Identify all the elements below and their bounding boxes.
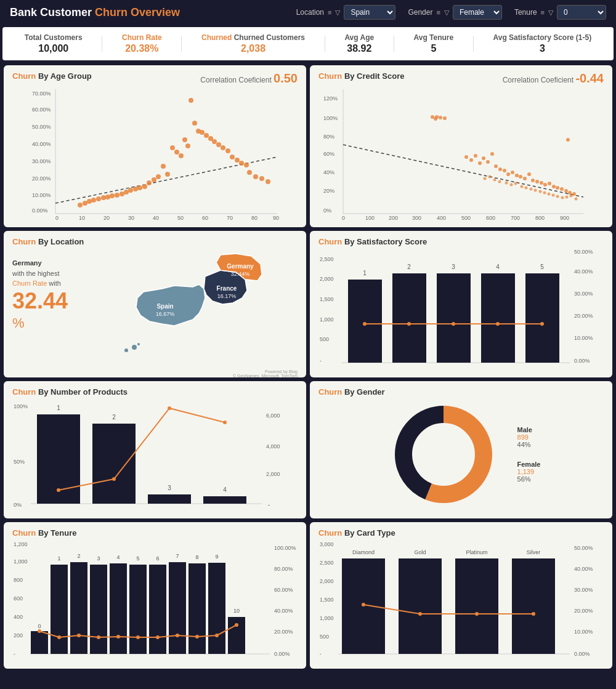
svg-point-136 xyxy=(566,138,570,142)
svg-text:16.67%: 16.67% xyxy=(156,311,175,317)
svg-point-119 xyxy=(498,180,501,183)
svg-text:6,000: 6,000 xyxy=(266,413,280,419)
svg-point-97 xyxy=(498,167,502,171)
svg-point-47 xyxy=(192,121,197,126)
svg-point-117 xyxy=(488,175,492,179)
svg-text:30: 30 xyxy=(128,215,134,221)
svg-text:20.00%: 20.00% xyxy=(32,175,51,182)
svg-text:-: - xyxy=(268,502,270,508)
svg-point-124 xyxy=(525,187,528,190)
svg-text:60%: 60% xyxy=(323,151,334,157)
svg-text:0.00%: 0.00% xyxy=(274,651,290,657)
header: Bank Customer Churn Overview Location ≡ … xyxy=(0,0,616,25)
svg-rect-163 xyxy=(437,273,471,363)
svg-text:-: - xyxy=(14,651,15,657)
svg-text:100%: 100% xyxy=(323,115,338,121)
svg-point-239 xyxy=(136,635,140,639)
svg-text:10.00%: 10.00% xyxy=(574,335,593,341)
svg-point-132 xyxy=(561,196,564,199)
svg-point-144 xyxy=(124,349,128,352)
svg-text:1,000: 1,000 xyxy=(320,316,334,323)
location-select[interactable]: Spain France Germany xyxy=(344,5,395,20)
svg-text:800: 800 xyxy=(535,215,545,221)
age-corr-value: 0.50 xyxy=(274,71,298,85)
svg-point-170 xyxy=(407,322,411,326)
svg-point-236 xyxy=(77,634,81,637)
svg-text:100: 100 xyxy=(365,215,375,221)
svg-text:10: 10 xyxy=(79,215,85,221)
svg-text:Spain: Spain xyxy=(156,303,173,310)
svg-text:2,000: 2,000 xyxy=(266,471,280,477)
svg-text:1,000: 1,000 xyxy=(320,615,334,621)
svg-text:20.00%: 20.00% xyxy=(574,608,593,614)
svg-point-98 xyxy=(503,169,506,172)
svg-point-108 xyxy=(543,183,547,187)
svg-point-242 xyxy=(195,635,199,639)
svg-text:60: 60 xyxy=(202,215,208,221)
svg-point-123 xyxy=(521,185,524,188)
svg-text:40.00%: 40.00% xyxy=(32,141,51,147)
svg-point-110 xyxy=(552,185,556,188)
svg-text:40.00%: 40.00% xyxy=(274,608,293,614)
churn-by-tenure-card: Churn By Tenure - 200 400 600 800 1,000 … xyxy=(4,522,306,669)
tenure-filter-group: Tenure ≡ ▽ 0 1 2 xyxy=(514,5,606,20)
svg-text:30.00%: 30.00% xyxy=(32,158,51,164)
svg-text:-: - xyxy=(320,358,322,364)
svg-text:20%: 20% xyxy=(323,188,334,194)
svg-point-95 xyxy=(490,152,494,156)
tenure-select[interactable]: 0 1 2 xyxy=(557,5,606,20)
svg-text:300: 300 xyxy=(412,215,421,221)
svg-rect-222 xyxy=(129,565,147,654)
svg-point-172 xyxy=(496,322,500,326)
svg-text:2,500: 2,500 xyxy=(320,560,334,566)
svg-text:400: 400 xyxy=(14,614,23,620)
svg-point-120 xyxy=(505,182,508,185)
svg-text:3: 3 xyxy=(452,264,455,270)
svg-point-39 xyxy=(161,164,166,169)
svg-point-106 xyxy=(535,180,539,183)
svg-rect-265 xyxy=(512,558,555,654)
total-customers-value: 10,000 xyxy=(25,43,83,54)
svg-text:3,000: 3,000 xyxy=(320,541,334,547)
avg-satisfactory-value: 3 xyxy=(493,43,592,54)
filter-lines-icon-3: ≡ xyxy=(541,9,545,16)
svg-text:80%: 80% xyxy=(323,134,334,140)
svg-text:1: 1 xyxy=(363,270,367,276)
svg-point-105 xyxy=(531,179,535,182)
svg-text:50.00%: 50.00% xyxy=(574,545,593,551)
svg-text:0.00%: 0.00% xyxy=(574,651,590,657)
svg-point-112 xyxy=(560,187,564,191)
svg-text:1,000: 1,000 xyxy=(14,558,28,565)
churn-word: Churn xyxy=(95,6,128,18)
churn-rate-value: 20.38% xyxy=(122,43,162,54)
svg-rect-218 xyxy=(90,565,107,654)
gender-select[interactable]: Female Male xyxy=(453,5,502,20)
svg-text:30.00%: 30.00% xyxy=(574,587,593,593)
svg-text:4: 4 xyxy=(116,554,120,560)
svg-text:600: 600 xyxy=(14,595,23,602)
dashboard: Churn By Age Group Correlation Coeficien… xyxy=(0,63,616,672)
svg-line-83 xyxy=(343,145,583,197)
svg-text:-: - xyxy=(320,651,322,657)
credit-corr-value: -0.44 xyxy=(575,71,604,85)
svg-text:50.00%: 50.00% xyxy=(574,249,593,255)
svg-rect-232 xyxy=(228,617,245,654)
svg-point-197 xyxy=(413,424,474,485)
churn-by-products-card: Churn By Number of Products 0% 50% 100% … xyxy=(4,381,306,518)
svg-point-193 xyxy=(168,406,171,410)
avg-tenure-label: Avg Tenure xyxy=(414,33,454,42)
svg-rect-165 xyxy=(481,273,515,363)
churn-by-card-card: Churn By Card Type - 500 1,000 1,500 2,0… xyxy=(310,522,612,669)
location-filter-group: Location ≡ ▽ Spain France Germany xyxy=(296,5,396,20)
svg-point-50 xyxy=(204,133,209,138)
svg-text:8: 8 xyxy=(195,554,198,560)
svg-text:16.17%: 16.17% xyxy=(217,293,237,299)
svg-point-235 xyxy=(57,635,61,639)
page-title: Bank Customer Churn Overview xyxy=(10,6,180,19)
svg-text:60.00%: 60.00% xyxy=(32,107,51,113)
svg-point-191 xyxy=(57,488,60,492)
svg-text:1,500: 1,500 xyxy=(320,296,334,302)
svg-point-89 xyxy=(464,155,468,159)
svg-text:0: 0 xyxy=(342,215,345,221)
svg-rect-159 xyxy=(348,280,382,363)
